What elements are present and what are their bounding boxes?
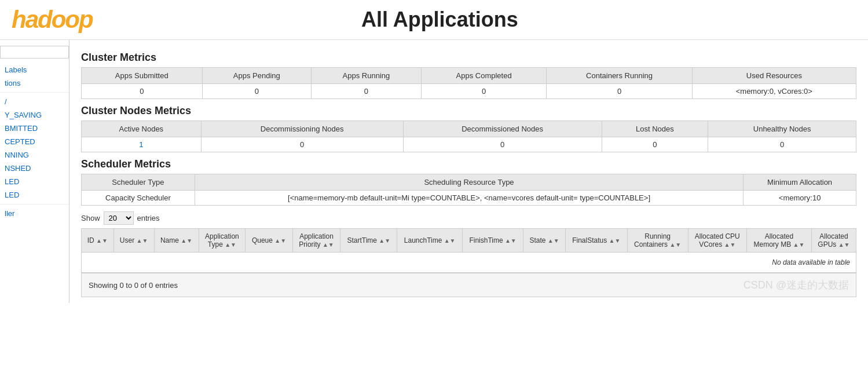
- val-active-nodes[interactable]: 1: [82, 137, 202, 152]
- show-label: Show: [81, 214, 100, 222]
- sidebar-item-accepted[interactable]: CEPTED: [0, 135, 69, 148]
- th-state[interactable]: State ▲▼: [523, 229, 566, 253]
- showing-info: Showing 0 to 0 of 0 entries CSDN @迷走的大数据: [81, 273, 856, 297]
- cluster-nodes-table: Active Nodes Decommissioning Nodes Decom…: [81, 120, 856, 152]
- th-running-containers[interactable]: RunningContainers ▲▼: [627, 229, 688, 253]
- val-decommissioned-nodes: 0: [403, 137, 602, 152]
- sort-icon-start-time: ▲▼: [379, 238, 390, 244]
- sidebar-item-energy-saving[interactable]: Y_SAVING: [0, 108, 69, 122]
- col-containers-running: Containers Running: [547, 68, 692, 84]
- val-apps-pending: 0: [202, 84, 312, 99]
- col-minimum-allocation: Minimum Allocation: [744, 174, 856, 191]
- scheduler-metrics-title: Scheduler Metrics: [81, 158, 856, 170]
- applications-table: ID ▲▼ User ▲▼ Name ▲▼ ApplicationType ▲▼…: [81, 228, 856, 273]
- sidebar-item-finished[interactable]: NSHED: [0, 162, 69, 175]
- sidebar-separator-1: [0, 92, 69, 93]
- cluster-nodes-title: Cluster Nodes Metrics: [81, 105, 856, 117]
- th-user[interactable]: User ▲▼: [113, 229, 154, 253]
- sort-icon-id: ▲▼: [96, 238, 108, 244]
- sort-icon-allocated-memory: ▲▼: [793, 242, 805, 248]
- sort-icon-queue: ▲▼: [274, 238, 286, 244]
- page-title: All Applications: [93, 8, 787, 32]
- th-application-type[interactable]: ApplicationType ▲▼: [199, 229, 246, 253]
- th-application-priority[interactable]: ApplicationPriority ▲▼: [292, 229, 340, 253]
- th-id[interactable]: ID ▲▼: [82, 229, 114, 253]
- sidebar-item-killed[interactable]: LED: [0, 188, 69, 202]
- val-minimum-allocation: <memory:10: [744, 191, 856, 206]
- col-decommissioned-nodes: Decommissioned Nodes: [403, 121, 602, 137]
- sidebar-item-labels[interactable]: Labels: [0, 63, 69, 76]
- th-queue[interactable]: Queue ▲▼: [246, 229, 292, 253]
- entries-select[interactable]: 10 20 50 100: [104, 211, 134, 225]
- no-data-row: No data available in table: [82, 253, 856, 273]
- sidebar-search[interactable]: [0, 46, 69, 59]
- th-name[interactable]: Name ▲▼: [154, 229, 199, 253]
- sort-icon-launch-time: ▲▼: [444, 238, 456, 244]
- sort-icon-allocated-gpus: ▲▼: [838, 242, 850, 248]
- val-decommissioning-nodes: 0: [201, 137, 403, 152]
- no-data-message: No data available in table: [82, 253, 856, 273]
- scheduler-metrics-table: Scheduler Type Scheduling Resource Type …: [81, 174, 856, 206]
- sidebar-item-failed[interactable]: LED: [0, 175, 69, 188]
- sort-icon-final-status: ▲▼: [609, 238, 621, 244]
- th-allocated-gpus[interactable]: AllocatedGPUs ▲▼: [811, 229, 856, 253]
- col-active-nodes: Active Nodes: [82, 121, 202, 137]
- main-layout: Labels tions / Y_SAVING BMITTED CEPTED N…: [0, 40, 868, 303]
- sidebar-item-root[interactable]: /: [0, 95, 69, 108]
- val-lost-nodes: 0: [602, 137, 708, 152]
- val-containers-running: 0: [547, 84, 692, 99]
- col-decommissioning-nodes: Decommissioning Nodes: [201, 121, 403, 137]
- sidebar-item-submitted[interactable]: BMITTED: [0, 122, 69, 135]
- cluster-metrics-title: Cluster Metrics: [81, 52, 856, 64]
- cluster-metrics-table: Apps Submitted Apps Pending Apps Running…: [81, 67, 856, 99]
- val-apps-completed: 0: [421, 84, 547, 99]
- sort-icon-running-containers: ▲▼: [669, 242, 681, 248]
- sort-icon-app-type: ▲▼: [225, 242, 236, 248]
- th-launch-time[interactable]: LaunchTime ▲▼: [397, 229, 463, 253]
- col-unhealthy-nodes: Unhealthy Nodes: [708, 121, 856, 137]
- sort-icon-app-priority: ▲▼: [323, 242, 334, 248]
- val-apps-submitted: 0: [82, 84, 203, 99]
- col-scheduling-resource-type: Scheduling Resource Type: [195, 174, 743, 191]
- sort-icon-allocated-cpu: ▲▼: [724, 242, 736, 248]
- val-used-resources: <memory:0, vCores:0>: [692, 84, 856, 99]
- val-unhealthy-nodes: 0: [708, 137, 856, 152]
- val-apps-running: 0: [312, 84, 422, 99]
- th-start-time[interactable]: StartTime ▲▼: [340, 229, 397, 253]
- col-apps-running: Apps Running: [312, 68, 422, 84]
- sort-icon-state: ▲▼: [548, 238, 559, 244]
- show-entries-control: Show 10 20 50 100 entries: [81, 211, 856, 225]
- col-lost-nodes: Lost Nodes: [602, 121, 708, 137]
- sidebar-item-tions[interactable]: tions: [0, 76, 69, 90]
- sidebar: Labels tions / Y_SAVING BMITTED CEPTED N…: [0, 40, 69, 303]
- sidebar-separator-2: [0, 204, 69, 204]
- col-apps-completed: Apps Completed: [421, 68, 547, 84]
- sort-icon-name: ▲▼: [181, 238, 192, 244]
- th-allocated-cpu[interactable]: Allocated CPUVCores ▲▼: [688, 229, 746, 253]
- sort-icon-user: ▲▼: [137, 238, 148, 244]
- col-used-resources: Used Resources: [692, 68, 856, 84]
- sort-icon-finish-time: ▲▼: [505, 238, 517, 244]
- val-scheduler-type: Capacity Scheduler: [82, 191, 195, 206]
- col-apps-pending: Apps Pending: [202, 68, 312, 84]
- sidebar-item-scheduler[interactable]: ller: [0, 207, 69, 220]
- entries-label: entries: [137, 214, 160, 222]
- col-apps-submitted: Apps Submitted: [82, 68, 203, 84]
- showing-text: Showing 0 to 0 of 0 entries: [89, 281, 178, 290]
- th-final-status[interactable]: FinalStatus ▲▼: [565, 229, 627, 253]
- val-scheduling-resource-type: [<name=memory-mb default-unit=Mi type=CO…: [195, 191, 743, 206]
- sidebar-item-running[interactable]: NNING: [0, 148, 69, 162]
- header: hadoop All Applications: [0, 0, 868, 40]
- th-allocated-memory[interactable]: AllocatedMemory MB ▲▼: [746, 229, 811, 253]
- col-scheduler-type: Scheduler Type: [82, 174, 195, 191]
- logo: hadoop: [12, 6, 93, 34]
- th-finish-time[interactable]: FinishTime ▲▼: [463, 229, 523, 253]
- watermark: CSDN @迷走的大数据: [744, 278, 849, 292]
- content: Cluster Metrics Apps Submitted Apps Pend…: [69, 40, 868, 303]
